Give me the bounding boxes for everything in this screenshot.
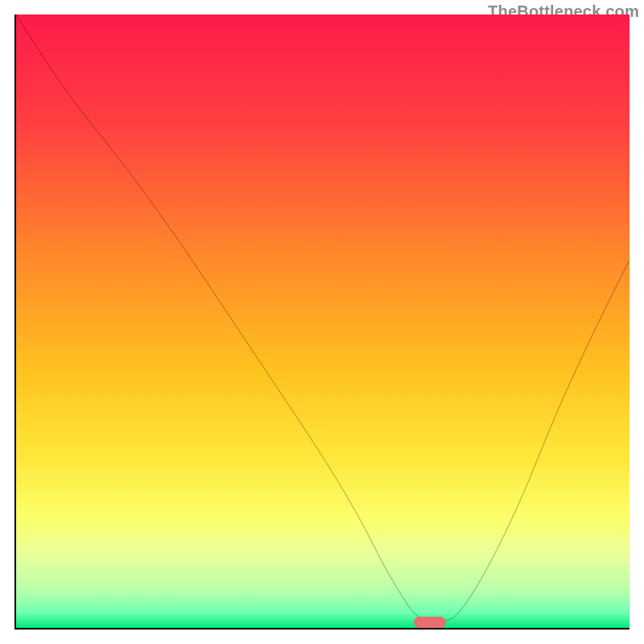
chart-container: TheBottleneck.com — [0, 0, 644, 644]
curve-path — [16, 14, 630, 621]
bottleneck-curve — [16, 14, 630, 628]
plot-area — [14, 14, 630, 630]
optimal-point-marker — [414, 617, 446, 628]
